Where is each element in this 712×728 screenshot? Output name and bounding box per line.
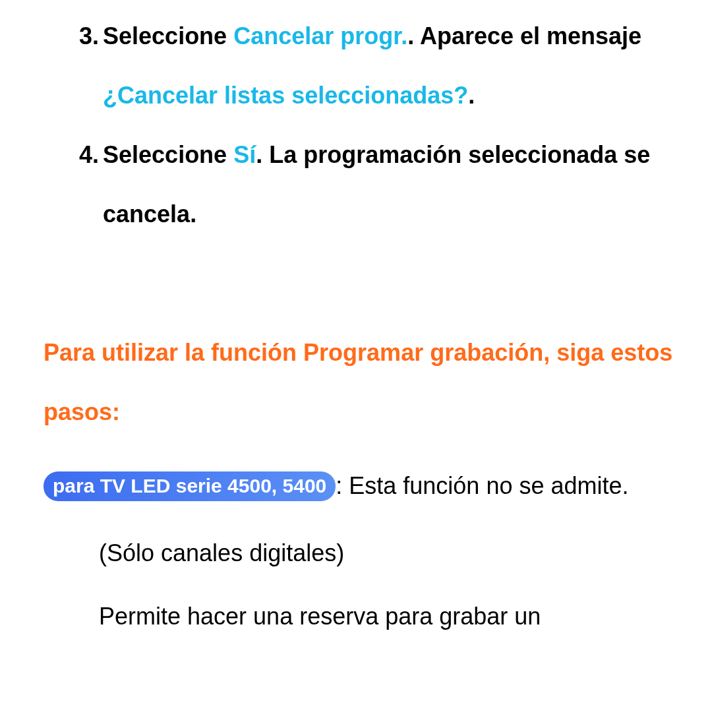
section-heading: Para utilizar la función Programar graba… — [0, 323, 712, 442]
reserve-description: Permite hacer una reserva para grabar un — [0, 587, 712, 646]
step-4-marker: 4. — [79, 125, 103, 185]
step-3: 3. Seleccione Cancelar progr.. Aparece e… — [0, 7, 712, 125]
step-3-marker: 3. — [79, 7, 103, 66]
compatibility-note: para TV LED serie 4500, 5400: Esta funci… — [0, 456, 712, 516]
step-3-text-1: Seleccione — [103, 22, 233, 49]
model-badge: para TV LED serie 4500, 5400 — [44, 471, 336, 501]
step-4-content: Seleccione Sí. La programación seleccion… — [103, 125, 686, 244]
step-3-text-2: . Aparece el mensaje — [407, 22, 641, 49]
digital-channels-note: (Sólo canales digitales) — [0, 524, 712, 583]
step-4-text-1: Seleccione — [103, 141, 233, 168]
step-4: 4. Seleccione Sí. La programación selecc… — [0, 125, 712, 244]
note-text: : Esta función no se admite. — [336, 472, 628, 499]
step-4-highlight-1: Sí — [233, 141, 256, 168]
step-3-content: Seleccione Cancelar progr.. Aparece el m… — [103, 7, 686, 125]
step-3-text-3: . — [468, 82, 475, 109]
step-3-highlight-1: Cancelar progr. — [233, 22, 407, 49]
step-3-highlight-2: ¿Cancelar listas seleccionadas? — [103, 82, 468, 109]
